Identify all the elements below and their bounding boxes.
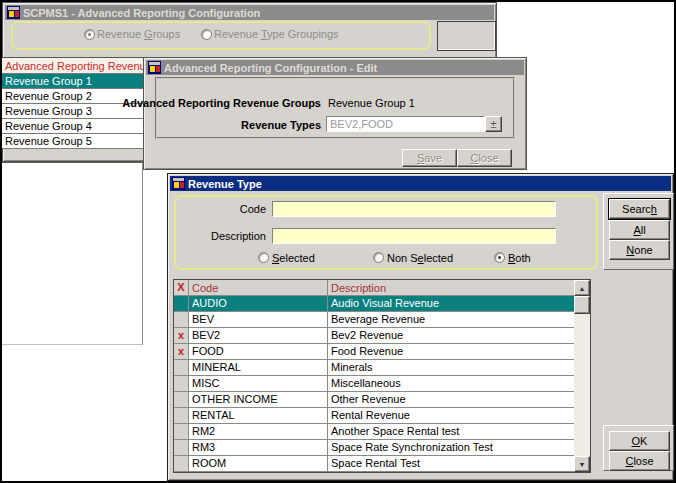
window-title: Revenue Type — [188, 178, 262, 190]
revenue-groups-field-label: Advanced Reporting Revenue Groups — [122, 97, 321, 109]
selected-radio[interactable] — [258, 252, 269, 263]
column-header-description: Description — [328, 280, 574, 295]
scroll-down-icon[interactable]: ▼ — [574, 456, 590, 472]
cell-description: Beverage Revenue — [328, 312, 574, 328]
search-buttons-panel: Search All None — [603, 193, 674, 270]
both-radio-label: Both — [508, 252, 531, 264]
table-row[interactable]: RM2Another Space Rental test — [174, 424, 574, 440]
table-row[interactable]: RM3Space Rate Synchronization Test — [174, 440, 574, 456]
description-input[interactable] — [272, 228, 556, 244]
both-radio[interactable] — [494, 252, 505, 263]
cell-description: Other Revenue — [328, 392, 574, 408]
none-button[interactable]: None — [609, 240, 670, 260]
client-area — [2, 162, 143, 345]
revenue-type-table: X Code Description AUDIOAudio Visual Rev… — [173, 279, 591, 473]
cell-code: MISC — [189, 376, 328, 392]
revenue-groups-radio[interactable] — [84, 29, 95, 40]
close-button[interactable]: Close — [457, 149, 512, 167]
selected-mark-empty — [174, 424, 189, 440]
selected-mark: x — [174, 328, 189, 344]
cell-description: Another Space Rental test — [328, 424, 574, 440]
selected-mark-empty — [174, 440, 189, 456]
screen: SCPMS1 - Advanced Reporting Configuratio… — [0, 0, 676, 483]
table-body: AUDIOAudio Visual RevenueBEVBeverage Rev… — [174, 296, 574, 472]
revenue-types-field[interactable]: BEV2,FOOD — [326, 116, 485, 132]
window-revenue-type: Revenue Type Code Description Selected N… — [167, 173, 674, 481]
cell-description: Space Rental Test — [328, 456, 574, 472]
selected-mark-empty — [174, 360, 189, 376]
revenue-type-titlebar: Revenue Type — [170, 176, 671, 191]
revenue-types-dropdown-button[interactable]: ± — [485, 116, 502, 132]
window-title: SCPMS1 - Advanced Reporting Configuratio… — [23, 7, 260, 19]
list-header: Advanced Reporting Revenue Gr — [2, 58, 143, 74]
table-header-row: X Code Description — [174, 280, 574, 296]
cell-code: FOOD — [189, 344, 328, 360]
table-row[interactable]: MINERALMinerals — [174, 360, 574, 376]
cell-code: BEV2 — [189, 328, 328, 344]
description-field-label: Description — [211, 230, 266, 242]
selected-mark-empty — [174, 312, 189, 328]
selected-mark-empty — [174, 296, 189, 312]
cell-code: AUDIO — [189, 296, 328, 312]
table-row[interactable]: MISCMiscellaneous — [174, 376, 574, 392]
cell-description: Food Revenue — [328, 344, 574, 360]
selected-mark-empty — [174, 392, 189, 408]
revenue-group-value: Revenue Group 1 — [328, 97, 415, 109]
cell-code: RM2 — [189, 424, 328, 440]
scpms1-titlebar: SCPMS1 - Advanced Reporting Configuratio… — [5, 5, 494, 20]
revenue-types-field-label: Revenue Types — [241, 119, 321, 131]
table-row[interactable]: BEVBeverage Revenue — [174, 312, 574, 328]
selected-mark: x — [174, 344, 189, 360]
search-button[interactable]: Search — [609, 199, 670, 219]
cell-code: OTHER INCOME — [189, 392, 328, 408]
cell-code: RM3 — [189, 440, 328, 456]
column-header-code: Code — [189, 280, 328, 295]
cell-description: Miscellaneous — [328, 376, 574, 392]
revenue-type-groupings-radio[interactable] — [201, 29, 212, 40]
non-selected-radio-label: Non Selected — [387, 252, 453, 264]
cell-code: ROOM — [189, 456, 328, 472]
code-input[interactable] — [272, 201, 556, 217]
all-button[interactable]: All — [609, 220, 670, 240]
table-scrollbar[interactable]: ▲ ▼ — [574, 280, 590, 472]
revenue-groups-list: Revenue Group 1Revenue Group 2Revenue Gr… — [2, 74, 143, 149]
scrollbar-thumb[interactable] — [574, 296, 590, 314]
empty-panel-box — [437, 21, 496, 51]
cell-description: Rental Revenue — [328, 408, 574, 424]
form-icon — [148, 61, 161, 74]
column-header-x: X — [174, 280, 189, 295]
scroll-up-icon[interactable]: ▲ — [574, 280, 590, 296]
close-button[interactable]: Close — [609, 451, 670, 471]
table-row[interactable]: RENTALRental Revenue — [174, 408, 574, 424]
revenue-groups-radio-label: Revenue Groups — [97, 28, 180, 40]
cell-description: Audio Visual Revenue — [328, 296, 574, 312]
non-selected-radio[interactable] — [373, 252, 384, 263]
selected-mark-empty — [174, 376, 189, 392]
selected-mark-empty — [174, 456, 189, 472]
cell-description: Minerals — [328, 360, 574, 376]
cell-description: Space Rate Synchronization Test — [328, 440, 574, 456]
cell-code: RENTAL — [189, 408, 328, 424]
save-button[interactable]: Save — [402, 149, 457, 167]
cell-code: MINERAL — [189, 360, 328, 376]
selected-mark-empty — [174, 408, 189, 424]
table-row[interactable]: AUDIOAudio Visual Revenue — [174, 296, 574, 312]
window-title: Advanced Reporting Configuration - Edit — [164, 62, 377, 74]
code-field-label: Code — [240, 203, 266, 215]
table-row[interactable]: xBEV2Bev2 Revenue — [174, 328, 574, 344]
form-icon — [172, 177, 185, 190]
cell-code: BEV — [189, 312, 328, 328]
ok-button[interactable]: OK — [609, 431, 670, 451]
list-item[interactable]: Revenue Group 5 — [2, 134, 143, 149]
revenue-type-groupings-radio-label: Revenue Type Groupings — [214, 28, 339, 40]
table-row[interactable]: ROOMSpace Rental Test — [174, 456, 574, 472]
list-item[interactable]: Revenue Group 4 — [2, 119, 143, 134]
window-edit: Advanced Reporting Configuration - Edit … — [143, 57, 527, 170]
form-icon — [7, 6, 20, 19]
table-row[interactable]: OTHER INCOMEOther Revenue — [174, 392, 574, 408]
table-row[interactable]: xFOODFood Revenue — [174, 344, 574, 360]
selected-radio-label: Selected — [272, 252, 315, 264]
cell-description: Bev2 Revenue — [328, 328, 574, 344]
edit-titlebar: Advanced Reporting Configuration - Edit — [146, 60, 524, 75]
list-item[interactable]: Revenue Group 1 — [2, 74, 143, 89]
